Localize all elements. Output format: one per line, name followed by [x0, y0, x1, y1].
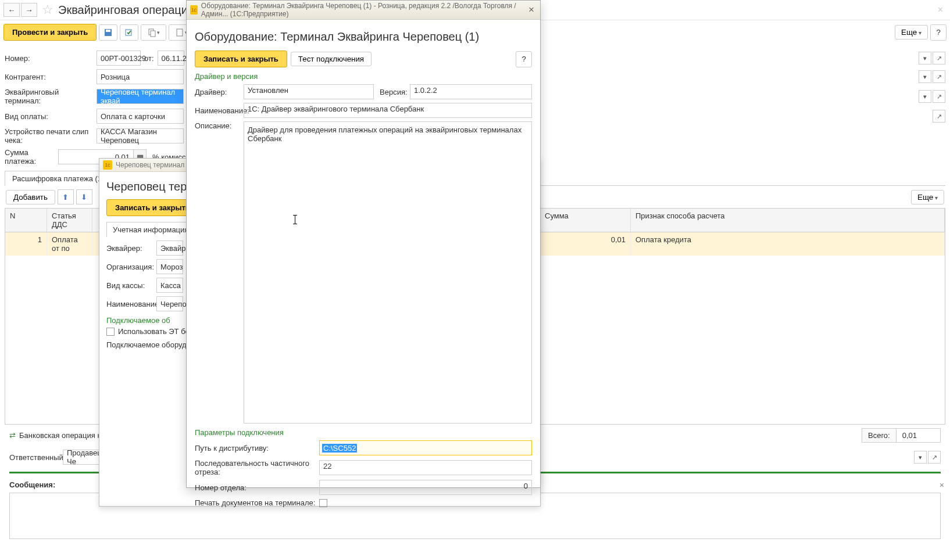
terminal-label: Эквайринговый терминал: [5, 88, 97, 105]
move-down-button[interactable]: ⬇ [76, 189, 92, 204]
nav-back-button[interactable]: ← [3, 3, 20, 17]
naming-input[interactable]: Черепо [156, 296, 183, 311]
more-button[interactable]: Еще [895, 25, 928, 40]
organization-label: Организация: [106, 263, 156, 271]
dropdown-icon[interactable]: ▾ [914, 451, 927, 464]
move-up-button[interactable]: ⬆ [58, 189, 74, 204]
dist-path-input[interactable]: C:\SC552 [319, 440, 532, 455]
kassa-type-label: Вид кассы: [106, 281, 156, 290]
acquirer-input[interactable]: Эквайр [156, 240, 183, 256]
write-and-close-button[interactable]: Записать и закрыть [195, 51, 287, 67]
naming-label: Наименование: [106, 300, 156, 308]
slip-device-label: Устройство печати слип чека: [5, 127, 97, 145]
add-row-button[interactable]: Добавить [6, 190, 55, 204]
slip-device-input[interactable]: КАССА Магазин Череповец [97, 128, 184, 143]
open-icon[interactable]: ↗ [928, 451, 941, 464]
col-dds: Статья ДДС [47, 209, 92, 232]
tab-payment-breakdown[interactable]: Расшифровка платежа (1) [5, 171, 112, 186]
favorite-star-icon[interactable]: ☆ [42, 2, 53, 17]
tab-account-info[interactable]: Учетная информация [106, 222, 195, 237]
win3-titlebar[interactable]: 1c Оборудование: Терминал Эквайринга Чер… [187, 1, 540, 20]
total-value: 0,01 [897, 429, 940, 442]
organization-input[interactable]: Мороз [156, 259, 183, 274]
col-n: N [5, 209, 47, 232]
post-icon-button[interactable] [120, 24, 138, 41]
dept-number-input[interactable]: 0 [319, 480, 532, 495]
partial-cut-input[interactable]: 22 [319, 460, 532, 475]
bank-status-icon: ⇄ [9, 431, 16, 440]
help-button[interactable]: ? [516, 51, 532, 67]
open-icon[interactable]: ↗ [933, 52, 945, 64]
save-icon-button[interactable] [99, 24, 117, 41]
number-input[interactable]: 00РТ-001329 [97, 51, 141, 66]
total-label: Всего: [862, 429, 897, 442]
svg-rect-1 [106, 30, 110, 32]
write-and-close-button[interactable]: Записать и закрыть [106, 199, 199, 216]
counterparty-input[interactable]: Розница [97, 69, 184, 84]
open-icon[interactable]: ↗ [933, 70, 945, 83]
win3-title: Оборудование: Терминал Эквайринга Черепо… [195, 30, 532, 44]
close-icon[interactable]: × [934, 5, 947, 15]
driver-name-label: Наименование: [195, 106, 244, 115]
app-logo-icon: 1c [190, 5, 198, 15]
help-button[interactable]: ? [930, 24, 947, 41]
col-method: Признак способа расчета [631, 209, 945, 232]
messages-label: Сообщения: [5, 477, 60, 493]
use-et-checkbox[interactable] [106, 328, 115, 336]
grid-more-button[interactable]: Еще [911, 190, 944, 204]
version-label: Версия: [380, 88, 410, 96]
svg-rect-5 [177, 29, 183, 36]
driver-name-input[interactable]: 1С: Драйвер эквайрингового терминала Сбе… [244, 103, 532, 118]
counterparty-label: Контрагент: [5, 73, 97, 81]
driver-input[interactable]: Установлен [244, 84, 374, 99]
bank-status-text: Банковская операция не [19, 431, 106, 440]
svg-rect-2 [126, 30, 131, 35]
number-label: Номер: [5, 54, 97, 63]
description-label: Описание: [195, 121, 244, 130]
messages-close-icon[interactable]: × [940, 480, 944, 490]
kassa-type-input[interactable]: Касса [156, 278, 183, 293]
payment-sum-label: Сумма платежа: [5, 148, 58, 166]
date-input[interactable]: 06.11.2 [158, 51, 184, 66]
dept-number-label: Номер отдела: [195, 483, 319, 492]
paytype-input[interactable]: Оплата с карточки [97, 109, 184, 124]
open-icon[interactable]: ↗ [933, 90, 945, 103]
terminal-input[interactable]: Череповец терминал эквай [97, 89, 184, 104]
section-driver: Драйвер и версия [195, 72, 532, 81]
post-and-close-button[interactable]: Провести и закрыть [3, 24, 97, 41]
use-et-label: Использовать ЭТ бе [118, 327, 190, 336]
dropdown-icon[interactable]: ▾ [919, 70, 931, 83]
description-textarea[interactable]: Драйвер для проведения платежных операци… [244, 121, 532, 423]
responsible-label: Ответственный: [9, 453, 63, 462]
driver-label: Драйвер: [195, 88, 244, 96]
acquirer-label: Эквайрер: [106, 244, 156, 253]
section-conn-params: Параметры подключения [195, 428, 532, 437]
dropdown-icon[interactable]: ▾ [919, 90, 931, 103]
date-label: от: [144, 54, 154, 63]
based-on-button[interactable]: ▾ [141, 24, 166, 41]
partial-cut-label: Последовательность частичного отреза: [195, 459, 319, 476]
open-icon[interactable]: ↗ [933, 110, 945, 123]
test-connection-button[interactable]: Тест подключения [291, 52, 372, 66]
page-title: Эквайринговая операция [58, 3, 194, 17]
print-on-terminal-checkbox[interactable] [319, 499, 327, 507]
version-input[interactable]: 1.0.2.2 [410, 84, 532, 99]
col-sum: Сумма [540, 209, 631, 232]
text-cursor-icon [295, 215, 295, 224]
svg-rect-4 [151, 31, 155, 37]
window-close-icon[interactable]: × [526, 4, 537, 16]
dropdown-icon[interactable]: ▾ [919, 52, 931, 64]
print-on-terminal-label: Печать документов на терминале: [195, 498, 319, 507]
nav-forward-button[interactable]: → [21, 3, 37, 17]
app-logo-icon: 1c [103, 160, 112, 170]
paytype-label: Вид оплаты: [5, 112, 97, 121]
dist-path-label: Путь к дистрибутиву: [195, 444, 319, 453]
